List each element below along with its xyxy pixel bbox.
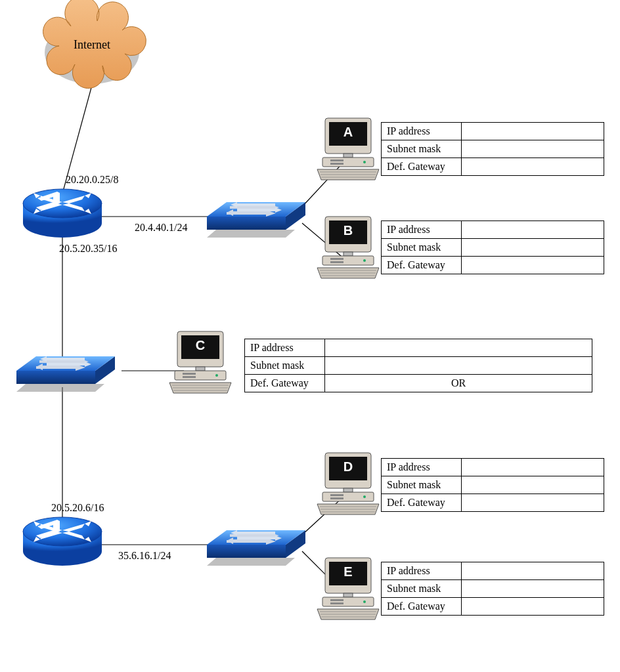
host-c-table: IP address Subnet mask Def. GatewayOR	[244, 339, 592, 392]
router1-if-bottom-label: 20.5.20.35/16	[59, 243, 117, 255]
pc-e-label: E	[343, 564, 352, 579]
host-a-row-mask: Subnet mask	[382, 140, 462, 158]
host-a-val-ip[interactable]	[462, 123, 604, 140]
host-c-val-mask[interactable]	[325, 357, 592, 375]
host-b-row-ip: IP address	[382, 221, 462, 239]
router-1	[23, 189, 102, 238]
host-e-table: IP address Subnet mask Def. Gateway	[381, 562, 604, 616]
host-d-val-gw[interactable]	[462, 494, 604, 512]
host-e-val-ip[interactable]	[462, 562, 604, 580]
host-d-val-mask[interactable]	[462, 476, 604, 494]
pc-e	[317, 558, 379, 620]
host-e-row-ip: IP address	[382, 562, 462, 580]
host-b-row-gw: Def. Gateway	[382, 257, 462, 274]
host-c-row-ip: IP address	[245, 339, 325, 357]
router1-if-top-label: 20.20.0.25/8	[66, 174, 118, 186]
host-e-row-mask: Subnet mask	[382, 580, 462, 598]
host-c-row-gw: Def. Gateway	[245, 375, 325, 392]
host-e-row-gw: Def. Gateway	[382, 598, 462, 616]
pc-c	[169, 331, 231, 393]
router2-if-top-label: 20.5.20.6/16	[51, 502, 104, 514]
host-b-val-gw[interactable]	[462, 257, 604, 274]
host-b-table: IP address Subnet mask Def. Gateway	[381, 220, 604, 274]
host-d-row-gw: Def. Gateway	[382, 494, 462, 512]
host-d-row-ip: IP address	[382, 459, 462, 476]
pc-c-label: C	[196, 338, 205, 352]
svg-line-41	[302, 551, 345, 594]
svg-line-40	[302, 495, 345, 535]
host-a-row-gw: Def. Gateway	[382, 158, 462, 176]
pc-a-label: A	[343, 125, 353, 139]
host-b-row-mask: Subnet mask	[382, 239, 462, 257]
host-b-val-ip[interactable]	[462, 221, 604, 239]
host-d-val-ip[interactable]	[462, 459, 604, 476]
pc-a	[317, 118, 379, 180]
host-d-table: IP address Subnet mask Def. Gateway	[381, 458, 604, 512]
host-c-row-mask: Subnet mask	[245, 357, 325, 375]
host-e-val-gw[interactable]	[462, 598, 604, 616]
host-e-val-mask[interactable]	[462, 580, 604, 598]
host-d-row-mask: Subnet mask	[382, 476, 462, 494]
switch-2	[16, 356, 115, 392]
svg-line-35	[302, 223, 345, 259]
svg-line-34	[302, 161, 345, 207]
host-a-val-gw[interactable]	[462, 158, 604, 176]
pc-d	[317, 453, 379, 514]
host-b-val-mask[interactable]	[462, 239, 604, 257]
pc-d-label: D	[343, 459, 353, 474]
host-c-val-gw[interactable]: OR	[325, 375, 592, 392]
diagram: A B C D E Internet 20.20.0.25/8 20.4.40.…	[0, 0, 620, 672]
host-a-table: IP address Subnet mask Def. Gateway	[381, 122, 604, 176]
pc-b-label: B	[343, 223, 353, 238]
router1-if-right-label: 20.4.40.1/24	[135, 222, 187, 234]
host-c-val-ip[interactable]	[325, 339, 592, 357]
switch-1	[207, 201, 305, 238]
internet-label: Internet	[69, 38, 115, 52]
router2-if-right-label: 35.6.16.1/24	[118, 550, 171, 562]
switch-3	[207, 530, 305, 566]
router-2	[23, 517, 102, 566]
pc-b	[317, 217, 379, 278]
host-a-val-mask[interactable]	[462, 140, 604, 158]
host-a-row-ip: IP address	[382, 123, 462, 140]
